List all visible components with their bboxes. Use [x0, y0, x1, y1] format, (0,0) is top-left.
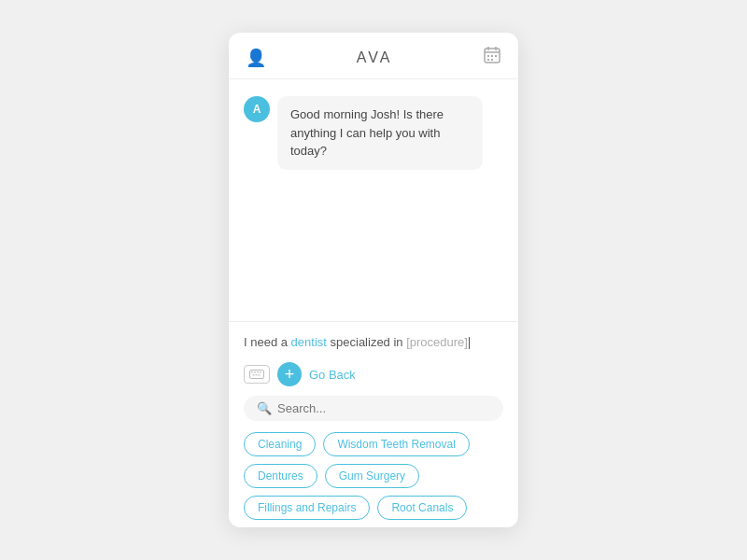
chip-cleaning[interactable]: Cleaning	[244, 432, 316, 456]
chips-row-1: Cleaning Wisdom Teeth Removal	[244, 432, 503, 456]
user-icon: 👤	[246, 48, 266, 68]
chip-gum-surgery[interactable]: Gum Surgery	[325, 464, 419, 488]
svg-rect-15	[256, 374, 258, 376]
chips-grid: Cleaning Wisdom Teeth Removal Dentures G…	[244, 432, 503, 520]
svg-rect-5	[491, 55, 493, 57]
go-back-button[interactable]: Go Back	[309, 368, 356, 382]
svg-rect-12	[257, 371, 259, 373]
input-area: I need a dentist specialized in [procedu…	[229, 321, 518, 527]
plus-button[interactable]: +	[277, 362, 302, 386]
chat-bubble: Good morning Josh! Is there anything I c…	[277, 96, 483, 170]
chat-card: 👤 AVA A Good morning Josh! Is there anyt…	[229, 33, 518, 527]
input-prefix: I need a	[244, 335, 291, 349]
chip-root-canals[interactable]: Root Canals	[377, 496, 467, 520]
search-input[interactable]	[277, 401, 490, 415]
svg-rect-8	[491, 59, 493, 61]
action-row: + Go Back	[244, 362, 503, 386]
svg-rect-14	[253, 374, 255, 376]
svg-rect-11	[254, 371, 256, 373]
header: 👤 AVA	[229, 33, 518, 79]
chips-row-2: Dentures Gum Surgery	[244, 464, 503, 488]
text-cursor	[469, 337, 470, 349]
avatar: A	[244, 96, 270, 122]
chips-row-3: Fillings and Repairs Root Canals	[244, 496, 503, 520]
message-row: A Good morning Josh! Is there anything I…	[244, 96, 503, 170]
svg-rect-6	[495, 55, 497, 57]
chip-dentures[interactable]: Dentures	[244, 464, 317, 488]
svg-rect-16	[259, 374, 261, 376]
chat-area: A Good morning Josh! Is there anything I…	[229, 79, 518, 321]
input-text-row: I need a dentist specialized in [procedu…	[244, 333, 503, 353]
app-title: AVA	[357, 49, 393, 66]
search-bar[interactable]: 🔍	[244, 396, 503, 421]
dentist-link[interactable]: dentist	[291, 335, 327, 349]
chip-wisdom-teeth[interactable]: Wisdom Teeth Removal	[323, 432, 470, 456]
svg-rect-13	[260, 371, 261, 373]
chip-fillings[interactable]: Fillings and Repairs	[244, 496, 370, 520]
svg-rect-4	[487, 55, 489, 57]
calendar-icon	[483, 46, 501, 69]
svg-rect-10	[251, 371, 253, 373]
svg-rect-7	[487, 59, 489, 61]
input-middle: specialized in	[327, 335, 406, 349]
keyboard-icon	[244, 365, 270, 384]
procedure-placeholder: [procedure]	[406, 335, 468, 349]
search-icon: 🔍	[257, 401, 272, 415]
